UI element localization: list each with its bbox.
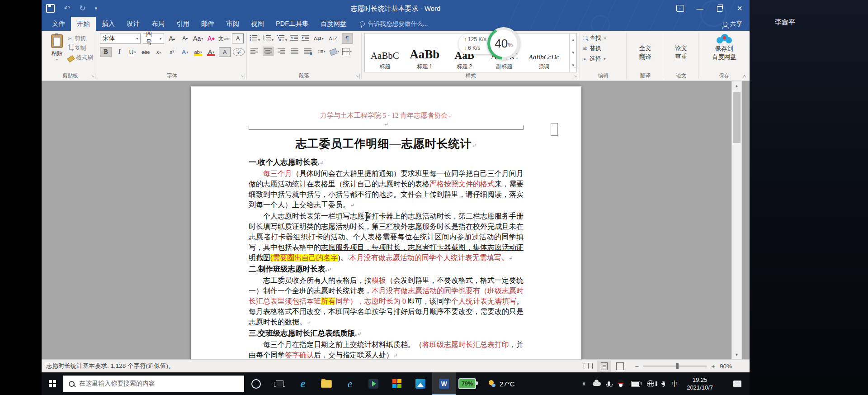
tell-me-box[interactable]: 告诉我您想要做什么... xyxy=(360,17,428,31)
character-shading-button[interactable]: A xyxy=(219,47,231,57)
asian-layout-button[interactable]: A⇄▾ xyxy=(313,34,325,43)
select-button[interactable]: ➢ 选择▾ xyxy=(583,55,623,63)
restore-button[interactable] xyxy=(710,0,730,17)
redo-icon[interactable]: ↻ xyxy=(79,5,85,12)
enclose-characters-button[interactable]: 字 xyxy=(233,48,245,56)
tray-expand-icon[interactable]: ∧ xyxy=(582,381,586,387)
italic-button[interactable]: I xyxy=(114,48,125,57)
font-name-select[interactable]: 宋体▾ xyxy=(100,33,141,44)
increase-indent-button[interactable] xyxy=(302,34,310,43)
styles-more-icon[interactable]: ▼̲ xyxy=(570,59,576,72)
close-button[interactable]: × xyxy=(730,0,750,17)
underline-button[interactable]: U▾ xyxy=(127,48,138,57)
full-text-translate-button[interactable]: 全文 翻译 xyxy=(629,33,661,72)
cloud-tray-icon[interactable] xyxy=(593,382,601,386)
ime-indicator[interactable]: 中 xyxy=(671,380,678,388)
line-spacing-button[interactable]: ↕≡▾ xyxy=(316,47,327,56)
zoom-out-button[interactable]: − xyxy=(635,362,639,370)
tab-开始[interactable]: 开始 xyxy=(71,17,96,31)
strikethrough-button[interactable]: abc xyxy=(140,48,151,57)
web-layout-button[interactable] xyxy=(613,361,627,371)
replace-button[interactable]: ab 替换 xyxy=(583,44,623,52)
app-tiles-button[interactable] xyxy=(385,372,409,395)
start-button[interactable] xyxy=(42,372,63,395)
tab-设计[interactable]: 设计 xyxy=(121,17,146,31)
qat-customize-icon[interactable]: ▾ xyxy=(95,5,98,11)
file-explorer-button[interactable] xyxy=(315,372,338,395)
character-border-button[interactable]: A xyxy=(232,33,244,43)
share-button[interactable]: 共享 xyxy=(723,17,742,31)
tab-布局[interactable]: 布局 xyxy=(146,17,170,31)
justify-button[interactable] xyxy=(290,47,300,56)
scroll-down-icon[interactable]: ▼ xyxy=(732,350,741,359)
tab-引用[interactable]: 引用 xyxy=(170,17,195,31)
battery-percent-badge[interactable]: 79% xyxy=(458,378,476,389)
change-case-button[interactable]: Aa▾ xyxy=(193,34,203,43)
styles-scroll-down-icon[interactable]: ▼ xyxy=(570,46,576,59)
styles-dialog-launcher[interactable]: ↘ xyxy=(573,74,578,79)
zoom-percent[interactable]: 90% xyxy=(720,363,736,370)
font-color-button[interactable]: A▾ xyxy=(206,48,217,57)
read-mode-button[interactable] xyxy=(581,361,595,371)
text-effects-button[interactable]: A▾ xyxy=(179,48,190,57)
photos-button[interactable] xyxy=(409,372,432,395)
tab-邮件[interactable]: 邮件 xyxy=(195,17,220,31)
volume-tray-icon[interactable] xyxy=(661,381,665,386)
styles-gallery-scroll[interactable]: ▲ ▼ ▼̲ xyxy=(569,33,576,72)
grow-font-button[interactable]: A▴ xyxy=(166,34,177,43)
font-size-select[interactable]: 四号▾ xyxy=(143,33,164,44)
internet-explorer-button[interactable]: e xyxy=(338,372,362,395)
weather-widget[interactable]: 27°C xyxy=(488,380,515,388)
task-view-button[interactable] xyxy=(268,372,291,395)
phonetic-guide-button[interactable]: 文wén xyxy=(219,34,230,43)
paste-button[interactable]: 粘贴 ▾ xyxy=(46,33,68,72)
tab-审阅[interactable]: 审阅 xyxy=(220,17,245,31)
save-to-baidu-button[interactable]: 保存到 百度网盘 xyxy=(701,45,747,61)
shrink-font-button[interactable]: A▾ xyxy=(179,34,190,43)
scroll-up-icon[interactable]: ▲ xyxy=(732,81,741,90)
align-right-button[interactable] xyxy=(277,47,287,56)
word-count-status[interactable]: 志愿时长统计基本要求: 1,128 个字符(近似值)。 xyxy=(46,362,175,370)
paragraph-dialog-launcher[interactable]: ↘ xyxy=(354,74,360,79)
scrollbar-thumb[interactable] xyxy=(733,92,741,143)
sort-button[interactable]: A↓Z xyxy=(328,34,339,43)
zoom-slider-thumb[interactable] xyxy=(676,363,679,369)
bold-button[interactable]: B xyxy=(100,47,112,57)
align-left-button[interactable] xyxy=(250,47,259,56)
clear-formatting-button[interactable]: A◆ xyxy=(206,34,217,43)
bullets-button[interactable]: ▾ xyxy=(250,34,260,43)
shading-button[interactable]: ▾ xyxy=(330,48,339,55)
subscript-button[interactable]: x₂ xyxy=(153,48,164,57)
superscript-button[interactable]: x² xyxy=(166,48,177,57)
numbering-button[interactable]: 123▾ xyxy=(263,34,274,43)
edge-button[interactable]: e xyxy=(291,372,315,395)
show-hide-marks-button[interactable]: ¶ xyxy=(342,33,353,44)
document-page[interactable]: 力学与土木工程学院 5 · 12 青年志愿者协会↵ ↵ 志工委员工作明细—志愿时… xyxy=(191,86,581,359)
zoom-slider[interactable] xyxy=(643,366,707,366)
styles-scroll-up-icon[interactable]: ▲ xyxy=(570,33,576,46)
clipboard-dialog-launcher[interactable]: ↘ xyxy=(90,74,95,79)
style-标题 1[interactable]: AaBb标题 1 xyxy=(405,33,444,72)
ribbon-display-options-button[interactable]: ↑ xyxy=(670,0,690,17)
taskbar-search-input[interactable]: 在这里输入你要搜索的内容 xyxy=(63,376,244,392)
tab-视图[interactable]: 视图 xyxy=(245,17,270,31)
cortana-button[interactable] xyxy=(244,372,268,395)
undo-icon[interactable]: ↶ xyxy=(64,5,70,12)
tab-PDF工具集[interactable]: PDF工具集 xyxy=(270,17,315,31)
minimize-button[interactable]: — xyxy=(690,0,710,17)
qq-tray-icon[interactable] xyxy=(617,380,624,388)
action-center-icon[interactable] xyxy=(733,381,741,387)
paper-check-button[interactable]: 论文 查重 xyxy=(667,33,695,72)
taskbar-clock[interactable]: 19:25 2021/10/7 xyxy=(687,376,713,391)
tab-百度网盘[interactable]: 百度网盘 xyxy=(315,17,353,31)
distribute-button[interactable] xyxy=(303,47,313,56)
network-tray-icon[interactable] xyxy=(647,380,654,387)
format-painter-button[interactable]: 格式刷 xyxy=(68,54,93,62)
print-layout-button[interactable] xyxy=(597,361,611,371)
multilevel-list-button[interactable]: ▾ xyxy=(277,34,287,43)
style-强调[interactable]: AaBbCcDc强调 xyxy=(524,33,564,72)
font-dialog-launcher[interactable]: ↘ xyxy=(240,74,245,79)
battery-tray-icon[interactable] xyxy=(631,381,640,387)
collapse-ribbon-icon[interactable]: ˄ xyxy=(743,73,746,79)
microphone-tray-icon[interactable] xyxy=(608,381,610,386)
